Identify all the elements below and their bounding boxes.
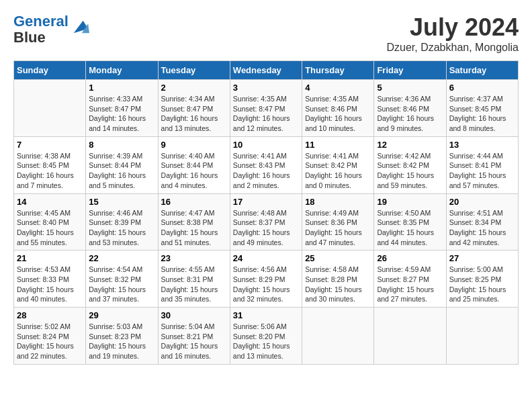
calendar-cell: 13Sunrise: 4:44 AMSunset: 8:41 PMDayligh… [446, 136, 518, 193]
calendar-cell [14, 80, 86, 137]
calendar-cell: 12Sunrise: 4:42 AMSunset: 8:42 PMDayligh… [374, 136, 446, 193]
calendar-cell [446, 308, 518, 365]
title-block: July 2024 Dzuer, Dzabkhan, Mongolia [386, 13, 519, 54]
day-number: 31 [233, 310, 299, 320]
day-number: 20 [449, 197, 515, 207]
calendar-cell: 17Sunrise: 4:48 AMSunset: 8:37 PMDayligh… [230, 193, 302, 250]
day-info: Sunrise: 4:42 AMSunset: 8:42 PMDaylight:… [377, 151, 443, 191]
calendar-cell: 28Sunrise: 5:02 AMSunset: 8:24 PMDayligh… [14, 308, 86, 365]
day-info: Sunrise: 4:54 AMSunset: 8:32 PMDaylight:… [89, 265, 154, 304]
logo: GeneralBlue [13, 13, 89, 46]
day-info: Sunrise: 4:44 AMSunset: 8:41 PMDaylight:… [449, 151, 515, 191]
calendar-cell: 4Sunrise: 4:35 AMSunset: 8:46 PMDaylight… [302, 80, 374, 137]
day-number: 26 [377, 253, 443, 263]
day-of-week-header: Saturday [446, 61, 518, 80]
calendar-cell: 1Sunrise: 4:33 AMSunset: 8:47 PMDaylight… [86, 80, 158, 137]
calendar-cell: 21Sunrise: 4:53 AMSunset: 8:33 PMDayligh… [14, 250, 86, 308]
calendar-cell: 16Sunrise: 4:47 AMSunset: 8:38 PMDayligh… [158, 193, 230, 250]
day-number: 16 [161, 197, 227, 207]
day-info: Sunrise: 4:53 AMSunset: 8:33 PMDaylight:… [17, 265, 83, 304]
day-number: 24 [233, 253, 299, 263]
page-header: GeneralBlue July 2024 Dzuer, Dzabkhan, M… [13, 13, 519, 54]
calendar-cell: 15Sunrise: 4:46 AMSunset: 8:39 PMDayligh… [86, 193, 158, 250]
day-info: Sunrise: 4:46 AMSunset: 8:39 PMDaylight:… [89, 208, 154, 248]
calendar-cell: 3Sunrise: 4:35 AMSunset: 8:47 PMDaylight… [230, 80, 302, 137]
calendar-cell: 31Sunrise: 5:06 AMSunset: 8:20 PMDayligh… [230, 308, 302, 365]
day-of-week-header: Sunday [14, 61, 86, 80]
day-info: Sunrise: 4:45 AMSunset: 8:40 PMDaylight:… [17, 208, 83, 248]
calendar-cell: 20Sunrise: 4:51 AMSunset: 8:34 PMDayligh… [446, 193, 518, 250]
day-number: 3 [233, 83, 299, 93]
calendar-cell: 10Sunrise: 4:41 AMSunset: 8:43 PMDayligh… [230, 136, 302, 193]
day-number: 14 [17, 197, 83, 207]
day-number: 11 [305, 140, 371, 150]
calendar-cell: 22Sunrise: 4:54 AMSunset: 8:32 PMDayligh… [86, 250, 158, 308]
calendar-cell: 26Sunrise: 4:59 AMSunset: 8:27 PMDayligh… [374, 250, 446, 308]
day-number: 30 [161, 310, 227, 320]
day-info: Sunrise: 4:41 AMSunset: 8:42 PMDaylight:… [305, 151, 371, 191]
day-info: Sunrise: 5:03 AMSunset: 8:23 PMDaylight:… [89, 322, 154, 361]
calendar-cell: 18Sunrise: 4:49 AMSunset: 8:36 PMDayligh… [302, 193, 374, 250]
calendar-week-row: 7Sunrise: 4:38 AMSunset: 8:45 PMDaylight… [14, 136, 519, 193]
day-info: Sunrise: 4:40 AMSunset: 8:44 PMDaylight:… [161, 151, 227, 191]
month-title: July 2024 [386, 13, 519, 42]
calendar-cell: 6Sunrise: 4:37 AMSunset: 8:45 PMDaylight… [446, 80, 518, 137]
day-info: Sunrise: 4:56 AMSunset: 8:29 PMDaylight:… [233, 265, 299, 304]
day-info: Sunrise: 4:47 AMSunset: 8:38 PMDaylight:… [161, 208, 227, 248]
calendar-cell: 27Sunrise: 5:00 AMSunset: 8:25 PMDayligh… [446, 250, 518, 308]
day-of-week-header: Friday [374, 61, 446, 80]
day-info: Sunrise: 4:55 AMSunset: 8:31 PMDaylight:… [161, 265, 227, 304]
day-info: Sunrise: 5:00 AMSunset: 8:25 PMDaylight:… [449, 265, 515, 304]
day-of-week-header: Monday [86, 61, 158, 80]
location: Dzuer, Dzabkhan, Mongolia [386, 42, 519, 54]
calendar-cell: 9Sunrise: 4:40 AMSunset: 8:44 PMDaylight… [158, 136, 230, 193]
day-info: Sunrise: 4:33 AMSunset: 8:47 PMDaylight:… [89, 94, 154, 134]
calendar-cell: 8Sunrise: 4:39 AMSunset: 8:44 PMDaylight… [86, 136, 158, 193]
calendar-cell: 24Sunrise: 4:56 AMSunset: 8:29 PMDayligh… [230, 250, 302, 308]
day-number: 21 [17, 253, 83, 263]
calendar-cell: 29Sunrise: 5:03 AMSunset: 8:23 PMDayligh… [86, 308, 158, 365]
calendar-week-row: 21Sunrise: 4:53 AMSunset: 8:33 PMDayligh… [14, 250, 519, 308]
day-number: 10 [233, 140, 299, 150]
calendar-week-row: 28Sunrise: 5:02 AMSunset: 8:24 PMDayligh… [14, 308, 519, 365]
day-number: 7 [17, 140, 83, 150]
day-info: Sunrise: 5:04 AMSunset: 8:21 PMDaylight:… [161, 322, 227, 361]
day-info: Sunrise: 5:06 AMSunset: 8:20 PMDaylight:… [233, 322, 299, 361]
day-number: 15 [89, 197, 154, 207]
day-number: 13 [449, 140, 515, 150]
day-number: 18 [305, 197, 371, 207]
day-number: 29 [89, 310, 154, 320]
day-number: 25 [305, 253, 371, 263]
calendar-cell: 14Sunrise: 4:45 AMSunset: 8:40 PMDayligh… [14, 193, 86, 250]
day-number: 1 [89, 83, 154, 93]
day-number: 17 [233, 197, 299, 207]
day-info: Sunrise: 4:50 AMSunset: 8:35 PMDaylight:… [377, 208, 443, 248]
day-number: 8 [89, 140, 154, 150]
day-number: 27 [449, 253, 515, 263]
logo-text: GeneralBlue [13, 13, 69, 46]
calendar-week-row: 14Sunrise: 4:45 AMSunset: 8:40 PMDayligh… [14, 193, 519, 250]
calendar-cell: 19Sunrise: 4:50 AMSunset: 8:35 PMDayligh… [374, 193, 446, 250]
calendar-week-row: 1Sunrise: 4:33 AMSunset: 8:47 PMDaylight… [14, 80, 519, 137]
day-number: 19 [377, 197, 443, 207]
day-of-week-header: Wednesday [230, 61, 302, 80]
calendar-table: SundayMondayTuesdayWednesdayThursdayFrid… [13, 60, 519, 365]
calendar-cell: 23Sunrise: 4:55 AMSunset: 8:31 PMDayligh… [158, 250, 230, 308]
day-number: 5 [377, 83, 443, 93]
day-info: Sunrise: 4:49 AMSunset: 8:36 PMDaylight:… [305, 208, 371, 248]
day-info: Sunrise: 4:35 AMSunset: 8:47 PMDaylight:… [233, 94, 299, 134]
day-info: Sunrise: 4:51 AMSunset: 8:34 PMDaylight:… [449, 208, 515, 248]
day-info: Sunrise: 4:41 AMSunset: 8:43 PMDaylight:… [233, 151, 299, 191]
calendar-cell [302, 308, 374, 365]
day-number: 23 [161, 253, 227, 263]
day-info: Sunrise: 4:58 AMSunset: 8:28 PMDaylight:… [305, 265, 371, 304]
day-info: Sunrise: 5:02 AMSunset: 8:24 PMDaylight:… [17, 322, 83, 361]
day-info: Sunrise: 4:36 AMSunset: 8:46 PMDaylight:… [377, 94, 443, 134]
calendar-cell: 7Sunrise: 4:38 AMSunset: 8:45 PMDaylight… [14, 136, 86, 193]
day-of-week-header: Thursday [302, 61, 374, 80]
day-info: Sunrise: 4:38 AMSunset: 8:45 PMDaylight:… [17, 151, 83, 191]
logo-icon [71, 17, 89, 36]
calendar-cell [374, 308, 446, 365]
day-of-week-header: Tuesday [158, 61, 230, 80]
day-info: Sunrise: 4:37 AMSunset: 8:45 PMDaylight:… [449, 94, 515, 134]
